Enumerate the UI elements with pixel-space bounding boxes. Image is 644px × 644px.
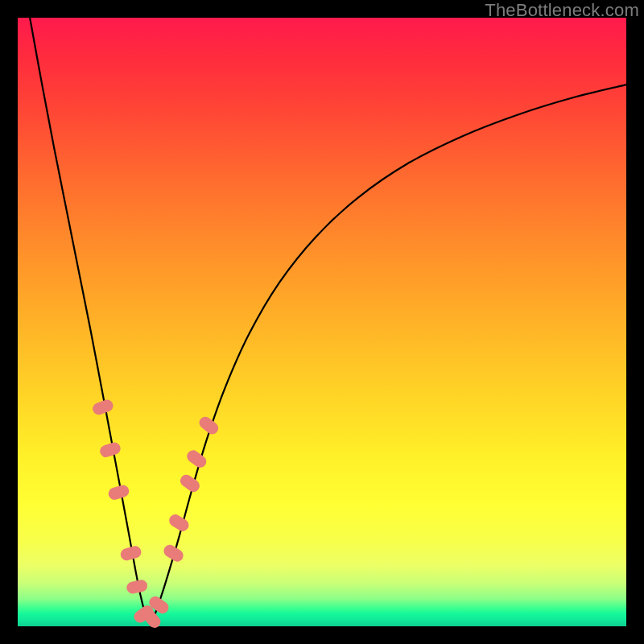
curve-marker (178, 473, 202, 494)
curve-marker (98, 441, 122, 459)
curve-marker (107, 484, 130, 502)
curve-marker (162, 543, 186, 564)
bottleneck-curve (30, 18, 626, 620)
curve-marker (91, 398, 115, 416)
watermark-text: TheBottleneck.com (485, 0, 639, 21)
plot-area (18, 18, 626, 626)
curve-marker (126, 579, 149, 595)
outer-frame: TheBottleneck.com (0, 0, 644, 644)
curve-marker (184, 448, 208, 469)
curve-marker (167, 512, 191, 533)
curve-marker (119, 545, 142, 562)
chart-svg (18, 18, 626, 626)
